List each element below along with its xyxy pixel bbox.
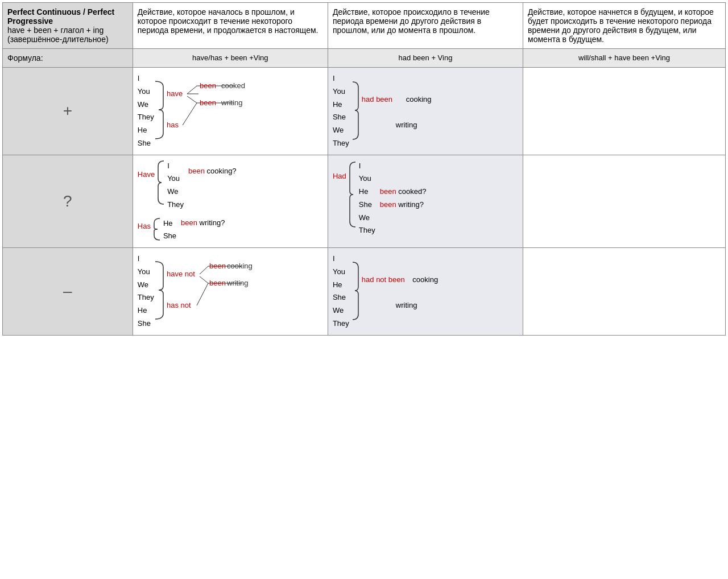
svg-text:writing: writing (221, 98, 243, 107)
pronoun-group-present-pos: IYouWeTheyHeShe (138, 72, 154, 150)
pronouns-had-q: IYouHeSheWeThey (359, 160, 375, 238)
header-future-desc: Действие, которое начнется в будущем, и … (523, 3, 726, 49)
have-q-label: Have (138, 160, 155, 189)
future-perfect-positive (523, 68, 726, 155)
pronoun-group-present-neg: IYouWeTheyHeShe (138, 253, 154, 330)
brace-right-past-neg (351, 261, 359, 322)
positive-sign: + (3, 68, 133, 155)
brace-svg-neg (154, 260, 164, 320)
present-perfect-question: Have IYouWeThey been cooking? Ha (133, 155, 328, 248)
svg-text:cooking: cooking (227, 262, 253, 270)
svg-text:been: been (209, 279, 226, 287)
brace-svg (154, 80, 164, 140)
tense-formula-note: have + been + глагол + ing (7, 26, 104, 35)
brace-svg-past-pos (351, 81, 359, 140)
been-cooking-q: been cooking? (188, 160, 237, 182)
svg-text:writing: writing (226, 279, 249, 287)
present-question-diagram: Have IYouWeThey been cooking? Ha (138, 160, 323, 243)
cooking-label-pos: cooking (406, 95, 432, 104)
pronoun-group-past-pos: IYouHeSheWeThey (333, 72, 349, 150)
past-neg-aux: had not been cooking writing (362, 275, 438, 309)
pronouns-have-q: IYouWeThey (167, 160, 184, 212)
svg-line-16 (200, 276, 208, 283)
brace-had-q-svg (349, 161, 357, 228)
brace-had-q (349, 161, 357, 230)
svg-text:been: been (200, 98, 216, 107)
had-q-label: Had (333, 160, 346, 193)
svg-text:have not: have not (167, 270, 195, 278)
svg-line-3 (187, 86, 197, 94)
pronoun-group-past-neg: IYouHeSheWeThey (333, 253, 349, 330)
formula-label: Формула: (3, 49, 133, 68)
pronouns-has-q: HeShe (163, 217, 176, 243)
brace-right-present-pos (154, 80, 164, 142)
branch-svg-present-neg: have not has not been cooking been writi… (166, 260, 242, 320)
brace-has-q (153, 217, 161, 243)
brace-svg-past-neg (351, 261, 359, 321)
svg-text:have: have (167, 89, 183, 98)
been-cooked-writing-q: been cooked? been writing? (380, 160, 427, 238)
negative-sign: – (3, 248, 133, 336)
been-writing-q: been writing? (181, 217, 225, 229)
past-pos-aux: had been cooking writing (362, 95, 432, 129)
svg-text:been: been (200, 81, 216, 90)
svg-line-7 (183, 103, 197, 125)
brace-have-q (157, 160, 165, 207)
present-positive-diagram: IYouWeTheyHeShe have has (138, 72, 323, 150)
header-past-desc: Действие, которое происходило в течение … (328, 3, 523, 49)
tense-note2: (завершённое-длительное) (7, 35, 109, 44)
past-perfect-negative: IYouHeSheWeThey had not been cooking wri… (328, 248, 523, 336)
has-q-label: Has (138, 217, 151, 236)
cooking-label-neg: cooking (412, 275, 438, 284)
past-question-diagram: Had IYouHeSheWeThey been cooked? been wr… (333, 160, 518, 238)
aux-branch-present-neg: have not has not been cooking been writi… (166, 260, 242, 322)
formula-future: will/shall + have been +Ving (523, 49, 726, 68)
brace-has-q-svg (153, 217, 161, 241)
had-been-label-pos: had been (362, 95, 392, 104)
header-present-desc: Действие, которое началось в прошлом, и … (133, 3, 328, 49)
future-perfect-negative (523, 248, 726, 336)
svg-text:cooked: cooked (221, 81, 245, 90)
svg-text:has not: has not (167, 301, 191, 309)
present-perfect-negative: IYouWeTheyHeShe have not has not (133, 248, 328, 336)
brace-have-q-svg (157, 160, 165, 205)
svg-line-18 (197, 283, 208, 305)
formula-past: had been + Ving (328, 49, 523, 68)
svg-line-14 (200, 266, 208, 274)
brace-right-present-neg (154, 260, 164, 322)
svg-text:has: has (167, 121, 179, 129)
past-perfect-positive: IYouHeSheWeThey had been cooking writing (328, 68, 523, 155)
past-positive-diagram: IYouHeSheWeThey had been cooking writing (333, 72, 518, 150)
tense-title: Perfect Continuous / Perfect Progressive (7, 7, 114, 26)
question-sign: ? (3, 155, 133, 248)
header-tense-name: Perfect Continuous / Perfect Progressive… (3, 3, 133, 49)
present-perfect-positive: IYouWeTheyHeShe have has (133, 68, 328, 155)
branch-svg-present-pos: have has been cooked (166, 80, 234, 140)
svg-text:been: been (209, 262, 226, 270)
has-block: Has HeShe been writing? (138, 217, 323, 243)
writing-label-neg: writing (396, 301, 417, 309)
past-perfect-question: Had IYouHeSheWeThey been cooked? been wr… (328, 155, 523, 248)
svg-line-5 (187, 96, 197, 103)
formula-present: have/has + been +Ving (133, 49, 328, 68)
past-negative-diagram: IYouHeSheWeThey had not been cooking wri… (333, 253, 518, 330)
future-perfect-question (523, 155, 726, 248)
aux-branch-present-pos: have has been cooked (166, 80, 234, 142)
had-not-been-label: had not been (362, 275, 405, 284)
have-block: Have IYouWeThey been cooking? (138, 160, 323, 212)
brace-right-past-pos (351, 81, 359, 142)
present-negative-diagram: IYouWeTheyHeShe have not has not (138, 253, 323, 330)
writing-label-pos: writing (396, 121, 417, 129)
